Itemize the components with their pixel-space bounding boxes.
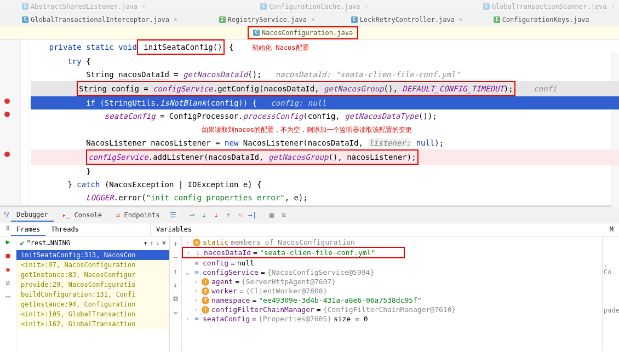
var-row[interactable]: ›s static members of NacosConfiguration	[182, 238, 602, 247]
debugger-toolbar: ↻ Debugger ▸_ Console ⇄ Endpoints ☰ | ⤻ …	[0, 207, 619, 223]
var-row[interactable]: ›f namespace = "ee49309e-3d4b-431a-a8e6-…	[182, 296, 602, 305]
var-row[interactable]: ≡ config = null	[182, 258, 602, 268]
var-row[interactable]: ›f worker = {ClientWorker@7608}	[182, 286, 602, 296]
chevron-down-icon[interactable]: ▾	[144, 239, 147, 247]
class-icon: C	[22, 3, 28, 10]
frame-item[interactable]: initSeataConfig:313, NacosCon	[16, 250, 169, 260]
close-icon[interactable]: ×	[174, 16, 177, 23]
tab-faded-1[interactable]: CAbstractSharedListener.java×	[18, 0, 150, 13]
expand-icon[interactable]: ›	[185, 250, 192, 256]
mute-icon[interactable]: ⌀	[6, 279, 10, 287]
breakpoint-icon[interactable]	[4, 99, 10, 104]
gutter[interactable]	[0, 39, 21, 205]
frame-list[interactable]: initSeataConfig:313, NacosCon <init>:97,…	[16, 250, 169, 351]
frame-item[interactable]: getInstance:83, NacosConfigur	[16, 270, 169, 280]
class-icon: C	[253, 30, 260, 36]
layout-icon[interactable]: ▭	[6, 292, 10, 301]
evaluate-icon[interactable]: ▦	[267, 211, 276, 219]
expand-icon[interactable]: ›	[193, 288, 199, 294]
close-icon[interactable]: ×	[311, 16, 315, 23]
stop-icon[interactable]: ■	[6, 251, 10, 259]
variables-tree[interactable]: ›s static members of NacosConfiguration …	[182, 236, 602, 351]
field-icon: f	[202, 278, 209, 286]
code-editor[interactable]: private static void initSeataConfig() { …	[0, 39, 619, 205]
object-icon: ∞	[193, 269, 200, 276]
tab-config-keys[interactable]: IConfigurationKeys.java	[489, 13, 594, 26]
list-icon[interactable]: ☰	[169, 211, 177, 219]
expand-icon[interactable]: ›	[184, 239, 191, 245]
m-column[interactable]: M	[604, 223, 619, 236]
var-row-nacosdataid[interactable]: ›≡ nacosDataId = "seata-clien-file-conf.…	[182, 247, 405, 258]
drop-frame-icon[interactable]: ⇋	[236, 211, 245, 219]
expand-icon[interactable]: ›	[193, 279, 199, 285]
filter-icon[interactable]: ▼	[162, 239, 166, 247]
pause-icon[interactable]: ⏸	[4, 224, 12, 232]
var-row[interactable]: ⌄∞ configService = {NacosConfigService@5…	[182, 268, 602, 277]
thread-selector[interactable]: ✔ "rest…NNING ▾ ↑ ↓ ▼	[16, 236, 169, 250]
code-line[interactable]: seataConfig = ConfigProcessor.processCon…	[31, 109, 619, 123]
step-out-icon[interactable]: ↑	[224, 211, 233, 219]
trace-icon[interactable]: ≋	[279, 211, 288, 219]
breakpoint-icon[interactable]	[4, 152, 10, 157]
frame-item[interactable]: <init>:97, NacosConfiguration	[16, 260, 169, 270]
close-icon[interactable]: ×	[611, 3, 615, 10]
tab-global-interceptor[interactable]: CGlobalTransactionalInterceptor.java×	[18, 13, 182, 26]
collapse-icon[interactable]: ⌄	[184, 269, 191, 275]
tab-console[interactable]: ▸_ Console	[57, 209, 107, 221]
code-line[interactable]: } catch (NacosException | IOException e)…	[31, 178, 619, 191]
tab-endpoints[interactable]: ⇄ Endpoints	[111, 209, 165, 221]
breakpoint-icon[interactable]	[4, 112, 10, 117]
threads-tab[interactable]: Threads	[45, 223, 84, 236]
tab-faded-3[interactable]: CGlobalTransactionScanner.java×	[479, 0, 619, 13]
frame-item[interactable]: <init>:105, GlobalTransaction	[16, 309, 169, 319]
minus-icon[interactable]: −	[174, 253, 178, 262]
code-line[interactable]: }	[31, 165, 619, 178]
class-icon: C	[22, 16, 28, 23]
right-snippet-panel: . Co paded.	[603, 236, 619, 351]
close-icon[interactable]: ×	[459, 16, 463, 23]
frame-item[interactable]: getInstance:94, Configuration	[16, 299, 169, 309]
view-breakpoints-icon[interactable]: ◉	[6, 265, 10, 273]
code-line-current[interactable]: if (StringUtils.isNotBlank(config)) { co…	[31, 96, 619, 109]
copy-icon[interactable]: ⧉	[173, 294, 178, 303]
close-icon[interactable]: ×	[142, 3, 146, 10]
expand-icon[interactable]: ›	[184, 316, 191, 322]
force-step-into-icon[interactable]: ↓	[212, 211, 221, 219]
close-icon[interactable]: ×	[365, 3, 369, 10]
down-icon[interactable]: ↓	[174, 281, 178, 289]
tab-debugger[interactable]: Debugger	[11, 209, 54, 222]
code-line[interactable]: configService.addListener(nacosDataId, g…	[31, 149, 619, 165]
frame-item[interactable]: provide:29, NacosConfiguratio	[16, 280, 169, 290]
step-over-icon[interactable]: ⤻	[188, 211, 197, 219]
step-into-icon[interactable]: ↓	[200, 211, 209, 219]
code-line[interactable]: String config = configService.getConfig(…	[31, 81, 619, 96]
code-line[interactable]: private static void initSeataConfig() { …	[31, 39, 619, 55]
up-arrow-icon[interactable]: ↑	[150, 239, 153, 247]
fold-gutter[interactable]	[21, 39, 28, 205]
down-arrow-icon[interactable]: ↓	[156, 239, 160, 247]
code-line[interactable]: 如果读取到nacos的配置，不为空，则添加一个监听器读取该配置的变更	[31, 123, 619, 136]
tab-faded-2[interactable]: CConfigurationCache.java×	[256, 0, 372, 13]
add-icon[interactable]: +	[174, 240, 178, 248]
code-line[interactable]: try {	[31, 55, 619, 68]
var-row[interactable]: ›f configFilterChainManager = {ConfigFil…	[182, 305, 602, 314]
code-line[interactable]: String nacosDataId = getNacosDataId(); n…	[31, 68, 619, 81]
code-line[interactable]: LOGGER.error("init config properties err…	[31, 191, 619, 204]
interface-icon: I	[494, 16, 500, 23]
expand-icon[interactable]: ›	[193, 297, 199, 303]
up-icon[interactable]: ↑	[174, 267, 178, 275]
frame-item[interactable]: buildConfiguration:131, Confi	[16, 290, 169, 299]
frames-panel: ✔ "rest…NNING ▾ ↑ ↓ ▼ initSeataConfig:31…	[16, 236, 170, 351]
tab-lock-retry[interactable]: CLockRetryController.java×	[347, 13, 467, 26]
var-row[interactable]: ›f agent = {ServerHttpAgent@7607}	[182, 277, 602, 286]
tab-nacos-configuration[interactable]: CNacosConfiguration.java	[248, 26, 358, 39]
resume-icon[interactable]: ▶	[6, 238, 10, 246]
tab-registry-service[interactable]: IRegistryService.java×	[215, 13, 319, 26]
frame-item[interactable]: <init>:162, GlobalTransaction	[16, 319, 169, 329]
expand-icon[interactable]: ›	[193, 307, 199, 313]
var-row[interactable]: ›∞ seataConfig = {Properties@7605} size …	[182, 314, 602, 323]
run-to-cursor-icon[interactable]: →|	[248, 211, 257, 219]
code-line[interactable]: NacosListener nacosListener = new NacosL…	[31, 136, 619, 149]
check-icon: ✔	[20, 239, 24, 247]
link-icon[interactable]: ∞	[174, 309, 178, 317]
